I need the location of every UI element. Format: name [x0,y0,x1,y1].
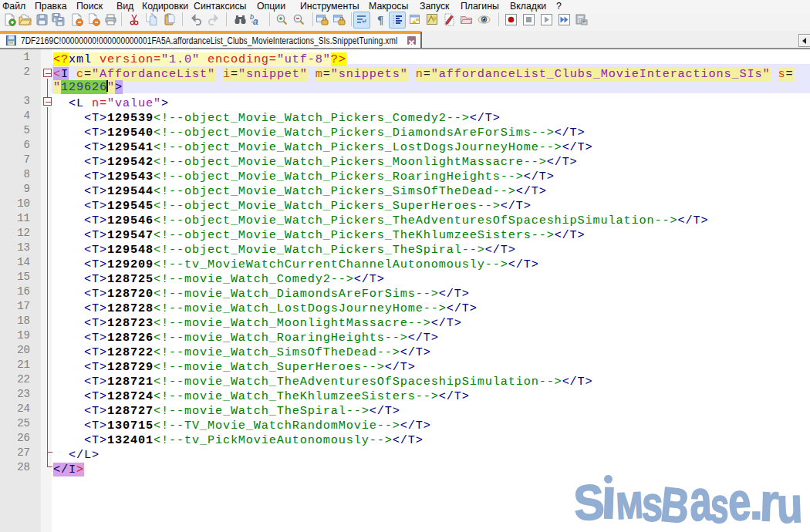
svg-text:¶: ¶ [377,14,383,26]
